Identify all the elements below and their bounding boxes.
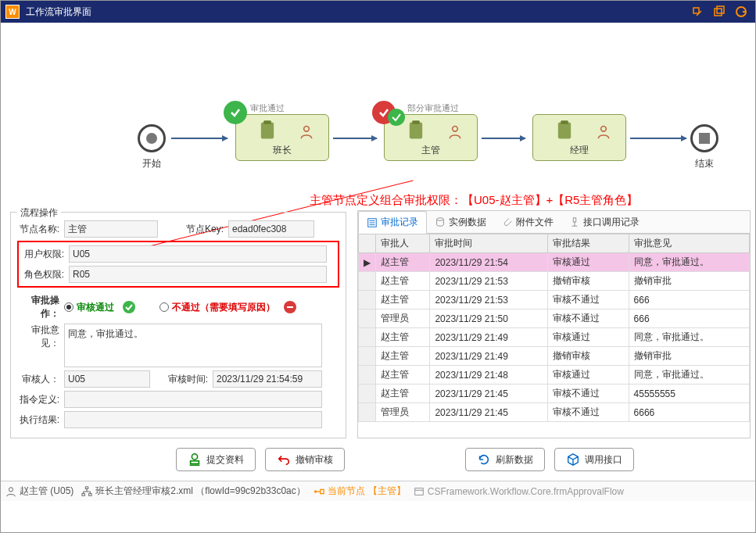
svg-rect-11 bbox=[561, 120, 568, 124]
tab-attachments[interactable]: 附件文件 bbox=[494, 211, 561, 233]
label: 节点Key: bbox=[158, 223, 228, 236]
table-row[interactable]: 赵主管2023/11/29 21:48审核通过同意，审批通过。 bbox=[359, 366, 750, 385]
approval-grid[interactable]: 审批人 审批时间 审批结果 审批意见 ▶赵主管2023/11/29 21:54审… bbox=[358, 234, 750, 438]
task-node-0[interactable]: 班长 bbox=[235, 114, 329, 161]
label: 审核人： bbox=[17, 373, 64, 386]
refresh-button[interactable]: 刷新数据 bbox=[465, 448, 545, 471]
table-row[interactable]: 管理员2023/11/29 21:50审核不通过666 bbox=[359, 309, 750, 328]
check-badge-icon bbox=[388, 109, 405, 126]
radio-fail[interactable]: 不通过（需要填写原因） bbox=[159, 301, 275, 314]
titlebar: W 工作流审批界面 bbox=[1, 1, 755, 23]
user-perm-field[interactable]: U05 bbox=[69, 245, 327, 263]
svg-rect-0 bbox=[693, 8, 699, 13]
revoke-button[interactable]: 撤销审核 bbox=[265, 448, 345, 471]
node-name-field[interactable]: 主管 bbox=[64, 220, 158, 238]
audit-time-field[interactable]: 2023/11/29 21:54:59 bbox=[213, 370, 322, 388]
person-icon bbox=[596, 123, 611, 141]
user-icon bbox=[5, 486, 16, 497]
refresh-icon bbox=[477, 453, 491, 467]
svg-point-17 bbox=[437, 218, 444, 221]
button-bar: 提交资料 撤销审核 刷新数据 调用接口 bbox=[1, 438, 755, 481]
app-logo: W bbox=[5, 5, 20, 19]
end-node: 结束 bbox=[690, 124, 718, 170]
svg-point-21 bbox=[9, 487, 13, 491]
task-node-2[interactable]: 经理 bbox=[532, 114, 626, 161]
panel-legend: 流程操作 bbox=[17, 206, 61, 220]
table-row[interactable]: 赵主管2023/11/29 21:45审核不通过45555555 bbox=[359, 385, 750, 403]
stop-icon bbox=[283, 300, 297, 314]
api-icon bbox=[569, 216, 580, 227]
check-badge-icon bbox=[224, 101, 247, 124]
table-row[interactable]: 赵主管2023/11/29 21:49撤销审核撤销审批 bbox=[359, 347, 750, 366]
clipboard-icon bbox=[256, 120, 278, 141]
col-header[interactable]: 审批意见 bbox=[629, 234, 749, 253]
radio-pass[interactable]: 审核通过 bbox=[64, 301, 114, 314]
close-icon[interactable] bbox=[732, 4, 751, 20]
arrow-icon bbox=[171, 138, 228, 139]
col-header[interactable]: 审批时间 bbox=[430, 234, 548, 253]
operation-panel: 流程操作 节点名称: 主管 节点Key: edad0fec308 用户权限: U… bbox=[10, 212, 346, 438]
svg-rect-27 bbox=[415, 488, 424, 495]
arrow-icon bbox=[482, 138, 525, 139]
label: 用户权限: bbox=[22, 248, 69, 261]
cube-icon bbox=[566, 453, 580, 467]
svg-rect-2 bbox=[717, 6, 724, 13]
node-icon bbox=[314, 486, 324, 497]
table-row[interactable]: ▶赵主管2023/11/29 21:54审核通过同意，审批通过。 bbox=[359, 253, 750, 272]
table-row[interactable]: 赵主管2023/11/29 21:49审核通过同意，审批通过。 bbox=[359, 328, 750, 347]
label: 审核时间: bbox=[150, 373, 213, 386]
minimize-icon[interactable] bbox=[688, 4, 707, 20]
svg-rect-1 bbox=[715, 9, 722, 16]
invoke-button[interactable]: 调用接口 bbox=[554, 448, 634, 471]
tabs: 审批记录 实例数据 附件文件 接口调用记录 bbox=[358, 211, 750, 234]
window-title: 工作流审批界面 bbox=[26, 5, 685, 19]
svg-rect-20 bbox=[191, 461, 199, 464]
start-label: 开始 bbox=[142, 157, 161, 170]
exec-result-field[interactable] bbox=[64, 411, 322, 428]
role-perm-field[interactable]: R05 bbox=[69, 266, 327, 283]
check-icon bbox=[122, 300, 136, 314]
label: 角色权限: bbox=[22, 268, 69, 281]
tab-approval-log[interactable]: 审批记录 bbox=[358, 211, 427, 234]
cmd-def-field[interactable] bbox=[64, 391, 322, 408]
arrow-icon bbox=[333, 138, 377, 139]
col-header[interactable]: 审批人 bbox=[376, 234, 430, 253]
label: 指令定义: bbox=[17, 393, 64, 406]
svg-point-19 bbox=[192, 454, 197, 460]
window-icon bbox=[414, 486, 425, 497]
status-class: CSFramework.Workflow.Core.frmApprovalFlo… bbox=[414, 486, 624, 497]
tab-api-log[interactable]: 接口调用记录 bbox=[561, 211, 647, 233]
list-icon bbox=[367, 217, 378, 228]
label: 节点名称: bbox=[17, 223, 64, 236]
tab-instance-data[interactable]: 实例数据 bbox=[427, 211, 494, 233]
badge-label: 部分审批通过 bbox=[407, 102, 459, 114]
task-label: 经理 bbox=[570, 144, 589, 157]
svg-rect-24 bbox=[89, 493, 92, 495]
clipboard-icon bbox=[405, 120, 427, 141]
maximize-icon[interactable] bbox=[710, 4, 729, 20]
table-row[interactable]: 赵主管2023/11/29 21:53撤销审核撤销审批 bbox=[359, 272, 750, 291]
label: 审批意见： bbox=[17, 324, 64, 350]
annotation-text: 主管节点定义组合审批权限：【U05-赵主管】+【R5主管角色】 bbox=[310, 193, 638, 208]
svg-point-25 bbox=[314, 490, 317, 493]
submit-button[interactable]: 提交资料 bbox=[176, 448, 256, 471]
auditor-field[interactable]: U05 bbox=[64, 370, 150, 388]
svg-rect-18 bbox=[573, 218, 576, 222]
svg-rect-7 bbox=[410, 123, 422, 139]
tree-icon bbox=[81, 486, 92, 497]
svg-rect-4 bbox=[261, 123, 274, 139]
svg-rect-23 bbox=[82, 493, 85, 495]
table-row[interactable]: 赵主管2023/11/29 21:53审核不通过666 bbox=[359, 291, 750, 309]
svg-point-9 bbox=[453, 127, 458, 132]
svg-point-13 bbox=[123, 301, 135, 313]
data-icon bbox=[435, 216, 446, 227]
opinion-textarea[interactable] bbox=[64, 324, 322, 367]
attach-icon bbox=[502, 216, 513, 227]
svg-point-6 bbox=[304, 127, 310, 132]
col-header[interactable]: 审批结果 bbox=[548, 234, 629, 253]
statusbar: 赵主管 (U05) 班长主管经理审核2.xml （flowId=99c92b33… bbox=[1, 481, 755, 501]
highlight-box: 用户权限: U05 角色权限: R05 bbox=[17, 241, 339, 288]
table-row[interactable]: 管理员2023/11/29 21:45审核不通过6666 bbox=[359, 403, 750, 422]
node-key-field[interactable]: edad0fec308 bbox=[228, 220, 314, 238]
person-icon bbox=[447, 123, 463, 141]
